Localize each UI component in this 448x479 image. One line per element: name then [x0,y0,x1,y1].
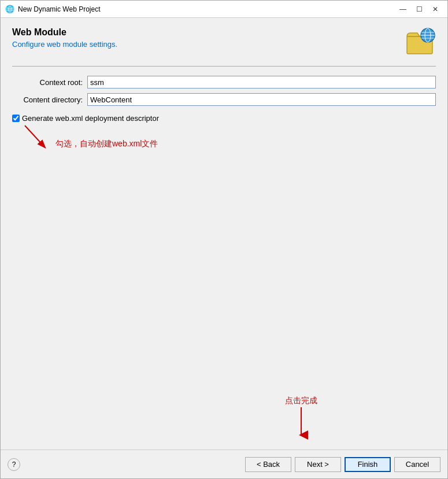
checkbox-annotation-text: 勾选，自动创建web.xml文件 [55,139,158,149]
svg-line-6 [25,126,45,147]
next-button[interactable]: Next > [295,457,341,472]
title-bar-left: 🌐 New Dynamic Web Project [5,5,101,14]
content-area: Web Module Configure web module settings… [1,18,447,449]
back-button[interactable]: < Back [245,457,291,472]
page-title: Web Module [12,27,406,38]
footer-left: ? [8,458,20,471]
checkbox-arrow-svg [14,123,61,154]
content-dir-label: Content directory: [12,95,87,104]
footer: ? < Back Next > Finish Cancel [1,449,447,478]
page-subtitle: Configure web module settings. [12,40,406,49]
minimize-button[interactable]: — [395,3,410,15]
context-root-label: Context root: [12,78,87,87]
maximize-button[interactable]: ☐ [412,3,427,15]
help-button[interactable]: ? [8,458,20,471]
generate-xml-checkbox[interactable] [12,115,20,122]
checkbox-annotation-area: 勾选，自动创建web.xml文件 [12,123,436,163]
finish-arrow-svg [293,406,310,441]
footer-buttons: < Back Next > Finish Cancel [245,457,440,472]
finish-annotation-text: 点击完成 [285,396,317,406]
checkbox-row: Generate web.xml deployment descriptor [12,114,436,123]
context-root-input[interactable] [87,76,436,89]
cancel-button[interactable]: Cancel [394,457,440,472]
content-dir-input[interactable] [87,93,436,106]
header-section: Web Module Configure web module settings… [12,27,436,59]
main-window: 🌐 New Dynamic Web Project — ☐ ✕ Web Modu… [0,0,448,479]
back-label: < Back [257,460,280,469]
content-dir-row: Content directory: [12,93,436,106]
close-button[interactable]: ✕ [428,3,443,15]
form-section: Context root: Content directory: [12,76,436,106]
next-label: Next > [307,460,329,469]
title-bar: 🌐 New Dynamic Web Project — ☐ ✕ [1,1,447,18]
cancel-label: Cancel [406,460,429,469]
finish-label: Finish [358,460,378,469]
checkbox-label[interactable]: Generate web.xml deployment descriptor [22,114,159,123]
help-icon: ? [12,460,16,469]
header-divider [12,66,436,67]
title-bar-controls: — ☐ ✕ [395,3,443,15]
context-root-row: Context root: [12,76,436,89]
header-text-group: Web Module Configure web module settings… [12,27,406,49]
finish-button[interactable]: Finish [345,457,391,472]
window-title: New Dynamic Web Project [18,5,101,13]
header-icon [406,27,436,59]
window-icon: 🌐 [5,5,14,14]
main-body: 点击完成 [12,163,436,449]
